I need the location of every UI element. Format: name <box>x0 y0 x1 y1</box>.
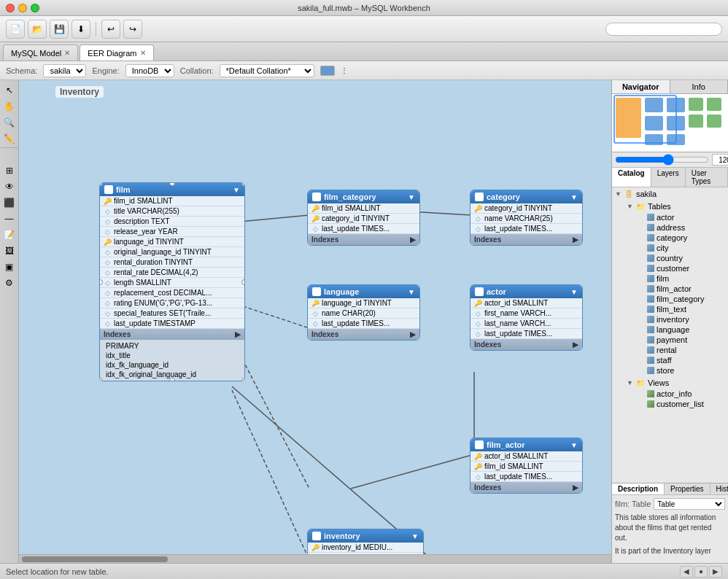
tree-row-actor-info[interactable]: actor_info <box>635 389 728 399</box>
desc-film-label: film: Table <box>615 500 651 508</box>
search-input[interactable] <box>605 23 722 36</box>
table-film-category-indexes[interactable]: Indexes▶ <box>308 234 419 245</box>
window-controls[interactable] <box>6 4 39 12</box>
tree-row-customer-list[interactable]: customer_list <box>635 399 728 409</box>
handle-br[interactable] <box>241 378 245 381</box>
table-category[interactable]: category ▼ 🔑category_id TINYINT ◇name VA… <box>470 190 583 246</box>
desc-tab-properties[interactable]: Properties <box>665 483 710 494</box>
tab-eer-diagram-close[interactable]: ✕ <box>140 49 146 57</box>
nav-dot[interactable]: ● <box>694 566 708 578</box>
table-actor-indexes[interactable]: Indexes▶ <box>471 339 582 350</box>
select-tool[interactable]: ↖ <box>2 83 17 98</box>
views-children: actor_info customer_list <box>635 389 728 409</box>
fk-tool[interactable]: — <box>2 211 17 226</box>
tree-row-country[interactable]: country <box>635 253 728 263</box>
engine-select[interactable]: InnoDB <box>125 64 174 77</box>
image-tool[interactable]: 🖼 <box>2 244 17 258</box>
table-film-expand[interactable]: ▼ <box>233 186 240 194</box>
table-film-actor[interactable]: film_actor ▼ 🔑actor_id SMALLINT 🔑film_id… <box>470 438 583 494</box>
tab-eer-diagram[interactable]: EER Diagram ✕ <box>80 44 153 61</box>
language-table-icon <box>647 326 654 333</box>
tree-row-staff[interactable]: staff <box>635 355 728 365</box>
tree-row-film[interactable]: film <box>635 273 728 284</box>
tree-row-address[interactable]: address <box>635 222 728 233</box>
tree-label-city: city <box>657 244 669 252</box>
zoom-slider[interactable] <box>615 154 709 166</box>
main-area: ↖ ✋ 🔍 ✏️ ⊞ 👁 ⬛ — 📝 🖼 ▣ ⚙ Inventory <box>0 80 728 563</box>
table-language-indexes[interactable]: Indexes▶ <box>308 329 419 340</box>
tree-row-payment[interactable]: payment <box>635 335 728 345</box>
relation-tool[interactable]: ⬛ <box>2 195 17 210</box>
cat-tab-user-types[interactable]: User Types <box>686 168 728 187</box>
edit-tool[interactable]: ✏️ <box>2 131 17 146</box>
undo-button[interactable]: ↩ <box>101 20 120 39</box>
cat-tab-layers[interactable]: Layers <box>651 168 686 187</box>
tree-row-language[interactable]: language <box>635 325 728 335</box>
table-tool[interactable]: ⊞ <box>2 163 17 178</box>
tab-navigator[interactable]: Navigator <box>612 80 670 93</box>
table-language-header: language ▼ <box>308 285 419 298</box>
navigator-canvas[interactable] <box>612 94 728 152</box>
tree-row-category[interactable]: category <box>635 233 728 243</box>
maximize-button[interactable] <box>31 4 39 12</box>
table-film[interactable]: film ▼ 🔑film_id SMALLINT ◇title VARCHAR(… <box>99 182 245 381</box>
close-button[interactable] <box>6 4 15 12</box>
tree-row-inventory[interactable]: inventory <box>635 314 728 325</box>
desc-tab-history[interactable]: History <box>710 483 728 494</box>
tree-row-views[interactable]: ▼ 📁 Views <box>624 377 728 389</box>
open-button[interactable]: 📂 <box>28 20 47 39</box>
view-tool[interactable]: 👁 <box>2 179 17 194</box>
handle-mr[interactable] <box>241 279 245 285</box>
handle-tr[interactable] <box>241 182 245 186</box>
horizontal-scrollbar[interactable] <box>19 554 611 563</box>
handle-ml[interactable] <box>99 279 103 285</box>
tab-info[interactable]: Info <box>670 80 729 93</box>
color-extra[interactable]: ⋮ <box>341 66 348 74</box>
tree-row-tables[interactable]: ▼ 📁 Tables <box>624 201 728 212</box>
tree-row-film_text[interactable]: film_text <box>635 304 728 314</box>
minimize-button[interactable] <box>18 4 27 12</box>
tree-row-film_category[interactable]: film_category <box>635 294 728 304</box>
tree-label-actor: actor <box>657 213 674 222</box>
handle-bm[interactable] <box>169 378 175 381</box>
film-actor-table-icon <box>647 285 654 292</box>
table-language[interactable]: language ▼ 🔑language_id TINYINT ◇name CH… <box>307 284 420 341</box>
cat-tab-catalog[interactable]: Catalog <box>612 168 651 187</box>
nav-next-button[interactable]: ▶ <box>709 566 722 578</box>
tree-row-actor[interactable]: actor <box>635 212 728 222</box>
hand-tool[interactable]: ✋ <box>2 99 17 114</box>
schema-select[interactable]: sakila <box>43 64 86 77</box>
new-file-button[interactable]: 📄 <box>6 20 25 39</box>
table-film-actor-indexes[interactable]: Indexes▶ <box>471 482 582 493</box>
redo-button[interactable]: ↪ <box>123 20 142 39</box>
collation-select[interactable]: *Default Collation* <box>220 64 314 77</box>
canvas-area[interactable]: Inventory | ⊣ film <box>19 80 611 563</box>
table-actor[interactable]: actor ▼ 🔑actor_id SMALLINT ◇first_name V… <box>470 284 583 351</box>
tree-row-customer[interactable]: customer <box>635 263 728 273</box>
desc-tab-description[interactable]: Description <box>612 483 665 494</box>
layer-tool[interactable]: ▣ <box>2 260 17 274</box>
tree-row-store[interactable]: store <box>635 365 728 376</box>
tab-mysql-model[interactable]: MySQL Model ✕ <box>3 44 78 61</box>
film-field-film_id: 🔑film_id SMALLINT <box>100 196 244 206</box>
note-tool[interactable]: 📝 <box>2 228 17 242</box>
actor-field-first_name: ◇first_name VARCH... <box>471 308 582 319</box>
tree-row-sakila[interactable]: ▼ 🗄 sakila <box>612 188 728 200</box>
table-category-indexes[interactable]: Indexes▶ <box>471 234 582 245</box>
tab-mysql-model-close[interactable]: ✕ <box>64 49 70 57</box>
routine-tool[interactable]: ⚙ <box>2 276 17 290</box>
table-film-category[interactable]: film_category ▼ 🔑film_id SMALLINT 🔑categ… <box>307 190 420 246</box>
table-film-indexes[interactable]: Indexes▶ <box>100 329 244 340</box>
color-button[interactable] <box>320 66 335 76</box>
tree-row-rental[interactable]: rental <box>635 345 728 355</box>
desc-type-select[interactable]: Table <box>654 498 725 510</box>
zoom-tool[interactable]: 🔍 <box>2 115 17 130</box>
handle-bl[interactable] <box>99 378 103 381</box>
tree-row-film_actor[interactable]: film_actor <box>635 284 728 294</box>
tree-row-city[interactable]: city <box>635 243 728 253</box>
nav-prev-button[interactable]: ◀ <box>680 566 693 578</box>
download-button[interactable]: ⬇ <box>71 20 90 39</box>
scrollbar-thumb[interactable] <box>22 556 168 562</box>
zoom-input[interactable] <box>712 154 728 166</box>
save-button[interactable]: 💾 <box>50 20 69 39</box>
